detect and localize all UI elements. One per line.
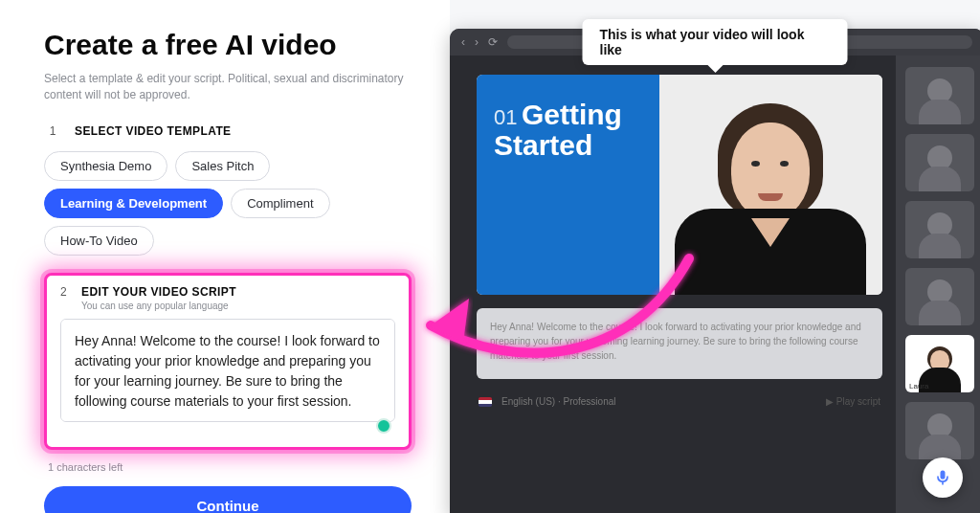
voice-input-button[interactable] (923, 457, 963, 498)
language-row: English (US) · Professional ▶ Play scrip… (477, 392, 882, 407)
create-video-panel: Create a free AI video Select a template… (0, 0, 450, 513)
preview-tooltip: This is what your video will look like (583, 19, 848, 65)
page-title: Create a free AI video (44, 29, 412, 61)
step-1-number: 1 (44, 124, 61, 138)
step-2-number: 2 (60, 285, 70, 299)
preview-browser-window: ‹ › ⟳ 01 Getting Started (450, 29, 980, 513)
presenter-area (659, 75, 882, 295)
script-textarea[interactable] (60, 319, 395, 422)
template-chip-compliment[interactable]: Compliment (231, 189, 329, 218)
character-counter: 1 characters left (48, 461, 412, 473)
forward-icon[interactable]: › (475, 35, 479, 49)
template-chip-synthesia-demo[interactable]: Synthesia Demo (44, 151, 167, 181)
avatar-option-selected[interactable]: Laura (905, 335, 974, 392)
avatar-option[interactable] (905, 67, 974, 124)
presenter-avatar (675, 94, 866, 295)
avatar-option[interactable] (905, 134, 974, 191)
step-2-label: EDIT YOUR VIDEO SCRIPT (81, 285, 236, 299)
video-preview-stage[interactable]: 01 Getting Started (477, 75, 882, 295)
back-icon[interactable]: ‹ (461, 35, 465, 49)
step-2-hint: You can use any popular language (81, 301, 236, 311)
step-1-label: SELECT VIDEO TEMPLATE (75, 124, 232, 138)
page-subtitle: Select a template & edit your script. Po… (44, 71, 412, 103)
avatar-name: Laura (909, 382, 928, 390)
template-chip-sales-pitch[interactable]: Sales Pitch (175, 151, 270, 181)
play-script-button[interactable]: ▶ Play script (826, 396, 880, 407)
grammarly-icon[interactable] (376, 418, 391, 434)
script-preview-box: Hey Anna! Welcome to the course! I look … (477, 308, 882, 379)
avatar-option[interactable] (905, 201, 974, 258)
reload-icon[interactable]: ⟳ (488, 35, 498, 49)
step-2-script-box: 2 EDIT YOUR VIDEO SCRIPT You can use any… (44, 273, 412, 450)
avatar-picker: Laura (896, 56, 980, 513)
continue-button[interactable]: Continue (44, 486, 412, 513)
microphone-icon (933, 468, 952, 487)
template-chip-learning-development[interactable]: Learning & Development (44, 189, 223, 218)
avatar-option[interactable] (905, 402, 974, 459)
template-chip-how-to-video[interactable]: How-To Video (44, 226, 154, 256)
step-1-header: 1 SELECT VIDEO TEMPLATE (44, 124, 412, 138)
avatar-option[interactable] (905, 268, 974, 325)
flag-us-icon (479, 397, 492, 407)
preview-panel: This is what your video will look like ‹… (450, 0, 980, 513)
slide-panel: 01 Getting Started (477, 75, 659, 295)
template-chips: Synthesia Demo Sales Pitch Learning & De… (44, 151, 412, 256)
language-label[interactable]: English (US) · Professional (501, 396, 616, 407)
slide-number: 01 (494, 105, 517, 129)
